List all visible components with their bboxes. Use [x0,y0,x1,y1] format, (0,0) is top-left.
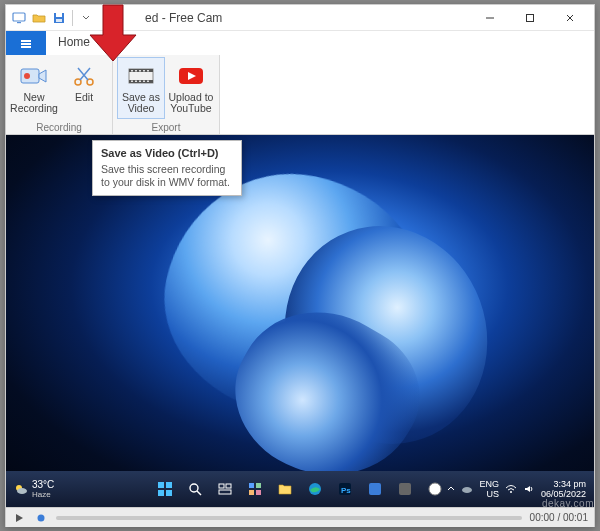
svg-rect-6 [527,14,534,21]
tooltip-body: Save this screen recording to your disk … [101,163,233,189]
svg-rect-36 [219,484,224,488]
scissors-icon [69,62,99,90]
qat-dropdown-icon[interactable] [77,9,95,27]
qat-monitor-icon[interactable] [10,9,28,27]
window-title: ed - Free Cam [145,11,470,25]
export-group-label: Export [117,121,215,134]
volume-icon[interactable] [523,483,535,495]
svg-line-35 [197,491,201,495]
tab-row: Home [6,31,594,55]
app-icon-3[interactable] [422,476,448,502]
quick-access-toolbar [10,9,95,27]
svg-rect-8 [21,43,31,45]
svg-rect-47 [399,483,411,495]
clock-date[interactable]: 3:34 pm 06/05/2022 [541,479,586,499]
svg-rect-39 [249,483,254,488]
titlebar: ed - Free Cam [6,5,594,31]
watermark: dekay.com [542,498,594,509]
app-icon-2[interactable] [392,476,418,502]
svg-rect-0 [13,13,25,21]
svg-rect-22 [131,81,133,83]
file-tab[interactable] [6,31,46,55]
play-button[interactable] [12,511,26,525]
svg-rect-38 [219,490,231,494]
save-as-video-label: Save as Video [122,92,160,114]
app-icon-1[interactable] [362,476,388,502]
time-display: 00:00 / 00:01 [530,512,588,523]
svg-rect-32 [158,490,164,496]
player-bar: 00:00 / 00:01 [6,507,594,527]
svg-rect-40 [256,483,261,488]
svg-point-34 [190,484,198,492]
upload-youtube-button[interactable]: Upload to YouTube [167,57,215,119]
tooltip-title: Save as Video (Ctrl+D) [101,147,233,159]
taskbar-tray: ENG US 3:34 pm 06/05/2022 [447,479,594,499]
upload-youtube-label: Upload to YouTube [169,92,214,114]
maximize-button[interactable] [510,5,550,31]
svg-rect-42 [256,490,261,495]
taskbar-weather[interactable]: 33°C Haze [6,479,54,499]
start-button[interactable] [152,476,178,502]
svg-point-49 [462,487,472,493]
svg-rect-26 [147,81,149,83]
tray-chevron-icon[interactable] [447,485,455,493]
seek-track[interactable] [56,516,522,520]
recording-group-label: Recording [10,121,108,134]
svg-rect-1 [17,22,21,23]
weather-label: Haze [32,490,54,499]
search-icon[interactable] [182,476,208,502]
svg-rect-4 [56,19,62,22]
new-recording-button[interactable]: New Recording [10,57,58,119]
new-recording-label: New Recording [10,92,58,114]
svg-rect-18 [135,70,137,72]
app-window: ed - Free Cam Home New Recording [5,4,595,527]
svg-point-48 [429,483,441,495]
save-as-video-button[interactable]: Save as Video [117,57,165,119]
qat-separator [72,10,73,26]
svg-point-11 [24,73,30,79]
svg-rect-46 [369,483,381,495]
svg-rect-24 [139,81,141,83]
svg-rect-23 [135,81,137,83]
task-view-icon[interactable] [212,476,238,502]
svg-rect-30 [158,482,164,488]
tab-home[interactable]: Home [46,31,102,55]
svg-point-50 [510,491,512,493]
svg-rect-3 [56,13,62,17]
filmstrip-icon [126,62,156,90]
record-button[interactable] [34,511,48,525]
onedrive-icon[interactable] [461,483,473,495]
explorer-icon[interactable] [272,476,298,502]
svg-rect-33 [166,490,172,496]
wifi-icon[interactable] [505,483,517,495]
youtube-icon [176,62,206,90]
edge-icon[interactable] [302,476,328,502]
svg-rect-9 [21,46,31,48]
svg-rect-17 [131,70,133,72]
svg-rect-37 [226,484,231,488]
save-as-video-tooltip: Save as Video (Ctrl+D) Save this screen … [92,140,242,196]
edit-button[interactable]: Edit [60,57,108,119]
svg-rect-20 [143,70,145,72]
svg-point-29 [17,488,27,494]
widgets-icon[interactable] [242,476,268,502]
svg-rect-25 [143,81,145,83]
svg-rect-21 [147,70,149,72]
minimize-button[interactable] [470,5,510,31]
svg-rect-31 [166,482,172,488]
close-button[interactable] [550,5,590,31]
language-indicator[interactable]: ENG US [479,479,499,499]
svg-rect-41 [249,490,254,495]
taskbar-pinned: Ps [152,476,448,502]
qat-save-icon[interactable] [50,9,68,27]
photoshop-icon[interactable]: Ps [332,476,358,502]
ribbon-group-export: Save as Video Upload to YouTube Export [113,55,220,134]
windows-taskbar: 33°C Haze Ps ENG [6,471,594,507]
qat-open-icon[interactable] [30,9,48,27]
ribbon: New Recording Edit Recording Save as Vid… [6,55,594,135]
weather-icon [14,482,28,496]
edit-label: Edit [75,92,93,103]
ribbon-group-recording: New Recording Edit Recording [6,55,113,134]
camera-icon [19,62,49,90]
window-controls [470,5,590,31]
